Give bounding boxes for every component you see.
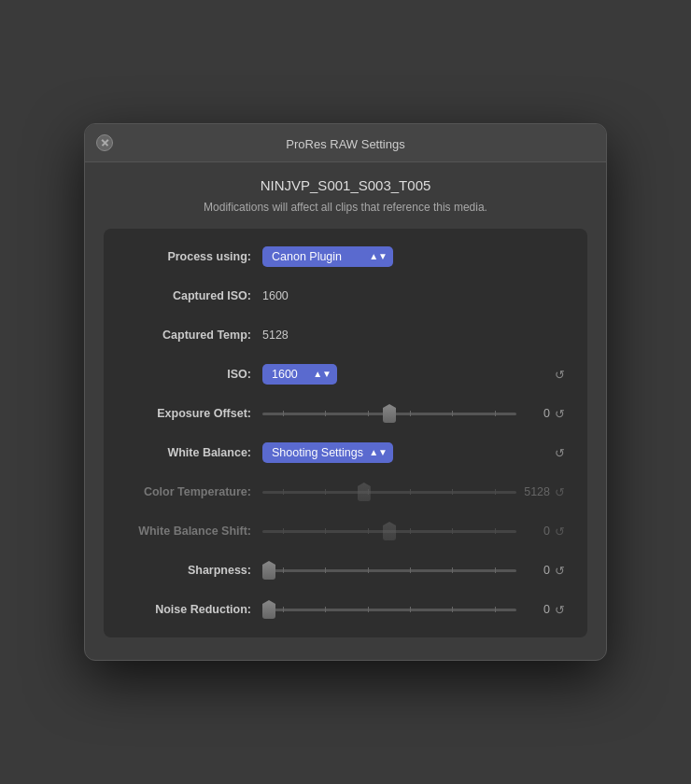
color-temp-track	[262, 491, 516, 494]
noise-reduction-track	[262, 609, 516, 611]
exposure-offset-slider[interactable]	[262, 404, 516, 423]
settings-panel: Process using: Canon Plugin ▲▼ Captured …	[104, 229, 587, 637]
tick	[452, 489, 453, 495]
captured-temp-row: Captured Temp: 5128	[122, 322, 569, 348]
tick	[368, 567, 369, 573]
process-using-select[interactable]: Canon Plugin	[262, 246, 393, 267]
noise-reduction-slider[interactable]	[262, 600, 516, 619]
noise-reduction-value: 0	[524, 603, 550, 616]
sharpness-control: 0	[262, 561, 550, 580]
color-temp-reset-button[interactable]: ↺	[550, 483, 569, 501]
tick	[325, 411, 326, 416]
noise-reduction-reset-button[interactable]: ↺	[550, 600, 569, 619]
color-temp-ticks	[262, 489, 516, 495]
dialog-body: NINJVP_S001_S003_T005 Modifications will…	[85, 162, 606, 660]
close-button[interactable]	[96, 134, 113, 151]
exposure-offset-track	[262, 413, 516, 415]
tick	[452, 567, 453, 573]
white-balance-select[interactable]: Shooting Settings As Shot Custom	[262, 442, 393, 463]
captured-temp-control: 5128	[262, 329, 569, 342]
process-using-control: Canon Plugin ▲▼	[262, 246, 569, 267]
exposure-offset-row: Exposure Offset:	[122, 400, 569, 427]
tick	[495, 567, 496, 573]
sharpness-reset-button[interactable]: ↺	[550, 561, 569, 580]
process-using-select-wrapper[interactable]: Canon Plugin ▲▼	[262, 246, 393, 267]
tick	[283, 528, 284, 534]
white-balance-select-wrapper[interactable]: Shooting Settings As Shot Custom ▲▼	[262, 442, 393, 463]
exposure-offset-value: 0	[524, 407, 550, 420]
tick	[368, 607, 369, 612]
captured-iso-label: Captured ISO:	[122, 289, 262, 302]
sharpness-value: 0	[524, 564, 550, 577]
wb-shift-control: 0	[262, 522, 550, 540]
noise-reduction-row: Noise Reduction:	[122, 596, 569, 623]
iso-control: 1600 800 3200 6400 ▲▼	[262, 364, 550, 385]
noise-reduction-thumb[interactable]	[262, 600, 275, 619]
sharpness-label: Sharpness:	[122, 564, 262, 577]
sharpness-thumb[interactable]	[262, 561, 275, 580]
tick	[495, 607, 496, 612]
sharpness-track	[262, 569, 516, 572]
wb-shift-row: White Balance Shift:	[122, 518, 569, 544]
wb-shift-thumb[interactable]	[383, 522, 396, 540]
tick	[283, 411, 284, 416]
tick	[368, 411, 369, 416]
white-balance-label: White Balance:	[122, 446, 262, 459]
iso-reset-button[interactable]: ↺	[550, 365, 569, 384]
captured-iso-control: 1600	[262, 289, 569, 302]
tick	[410, 607, 411, 612]
prores-raw-dialog: ProRes RAW Settings NINJVP_S001_S003_T00…	[84, 123, 607, 661]
wb-shift-value: 0	[524, 525, 550, 538]
color-temp-label: Color Temperature:	[122, 485, 262, 498]
white-balance-control: Shooting Settings As Shot Custom ▲▼	[262, 442, 550, 463]
process-using-label: Process using:	[122, 250, 262, 263]
sharpness-ticks	[262, 567, 516, 573]
noise-reduction-control: 0	[262, 600, 550, 619]
tick	[410, 489, 411, 495]
tick	[410, 567, 411, 573]
color-temp-row: Color Temperature:	[122, 479, 569, 505]
wb-shift-track	[262, 530, 516, 533]
noise-reduction-label: Noise Reduction:	[122, 603, 262, 616]
white-balance-reset-button[interactable]: ↺	[550, 443, 569, 462]
exposure-offset-control: 0	[262, 404, 550, 423]
wb-shift-label: White Balance Shift:	[122, 525, 262, 538]
tick	[495, 528, 496, 534]
iso-label: ISO:	[122, 368, 262, 381]
captured-iso-value: 1600	[262, 289, 289, 302]
color-temp-thumb[interactable]	[358, 483, 371, 501]
iso-row: ISO: 1600 800 3200 6400 ▲▼ ↺	[122, 361, 569, 387]
tick	[495, 411, 496, 416]
sharpness-slider[interactable]	[262, 561, 516, 580]
color-temp-slider[interactable]	[262, 483, 516, 501]
tick	[410, 411, 411, 416]
tick	[283, 607, 284, 612]
title-bar: ProRes RAW Settings	[85, 124, 606, 162]
tick	[325, 489, 326, 495]
tick	[452, 528, 453, 534]
tick	[495, 489, 496, 495]
wb-shift-slider[interactable]	[262, 522, 516, 540]
process-using-row: Process using: Canon Plugin ▲▼	[122, 244, 569, 270]
dialog-title: ProRes RAW Settings	[286, 137, 404, 151]
tick	[283, 567, 284, 573]
subtitle: Modifications will affect all clips that…	[104, 201, 587, 214]
noise-reduction-ticks	[262, 607, 516, 612]
tick	[452, 607, 453, 612]
exposure-offset-thumb[interactable]	[383, 404, 396, 423]
sharpness-row: Sharpness:	[122, 557, 569, 583]
tick	[325, 528, 326, 534]
captured-temp-value: 5128	[262, 329, 289, 342]
tick	[452, 411, 453, 416]
tick	[325, 567, 326, 573]
color-temp-value: 5128	[524, 485, 550, 498]
tick	[325, 607, 326, 612]
exposure-offset-reset-button[interactable]: ↺	[550, 404, 569, 423]
captured-temp-label: Captured Temp:	[122, 329, 262, 342]
tick	[283, 489, 284, 495]
iso-select[interactable]: 1600 800 3200 6400	[262, 364, 337, 385]
exposure-offset-label: Exposure Offset:	[122, 407, 262, 420]
color-temp-control: 5128	[262, 483, 550, 501]
wb-shift-reset-button[interactable]: ↺	[550, 522, 569, 540]
iso-select-wrapper[interactable]: 1600 800 3200 6400 ▲▼	[262, 364, 337, 385]
